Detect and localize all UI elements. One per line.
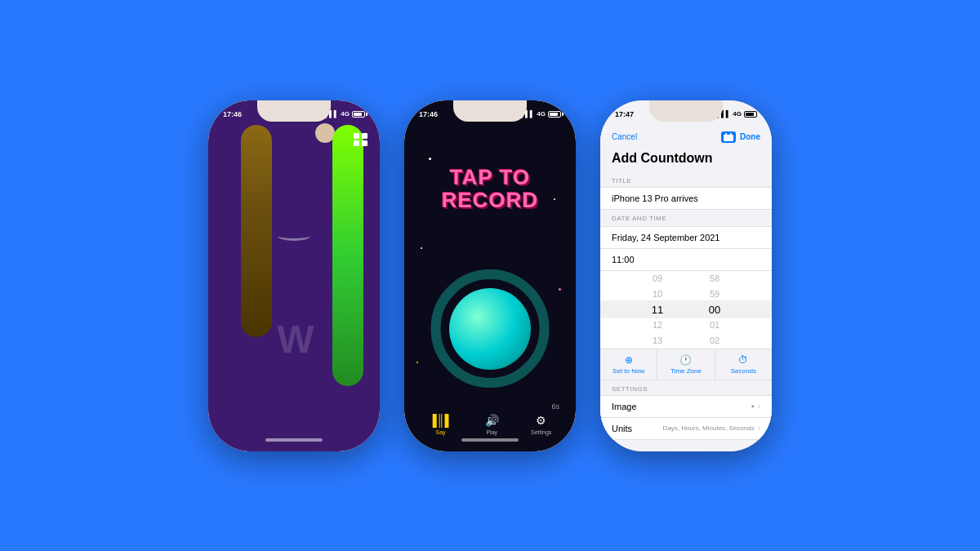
phone2-time: 17:46 bbox=[419, 110, 438, 118]
toolbar-settings[interactable]: ⚙ Settings bbox=[531, 414, 551, 435]
settings-icon: ⚙ bbox=[536, 414, 546, 427]
units-row-right: Days, Hours, Minutes, Seconds › bbox=[663, 424, 760, 433]
phone2-network: 4G bbox=[537, 110, 546, 118]
hour-10[interactable]: 10 bbox=[641, 287, 674, 302]
min-02[interactable]: 02 bbox=[698, 333, 731, 349]
title-section-label: TITLE bbox=[600, 172, 772, 187]
phone1-status-bar: 17:46 ▌▌▌ 4G bbox=[223, 110, 365, 118]
star-5 bbox=[416, 362, 418, 363]
time-zone-icon: 🕐 bbox=[679, 354, 692, 366]
teal-circle[interactable] bbox=[449, 288, 531, 370]
set-to-now-button[interactable]: ⊕ Set to Now bbox=[600, 349, 657, 380]
set-to-now-label: Set to Now bbox=[612, 367, 644, 375]
picker-highlight bbox=[600, 300, 772, 318]
min-58[interactable]: 58 bbox=[698, 271, 731, 287]
title-input[interactable]: iPhone 13 Pro arrives bbox=[600, 187, 772, 210]
say-label: Say bbox=[436, 429, 446, 435]
hour-13[interactable]: 13 bbox=[641, 333, 674, 349]
say-icon: ▐║▌ bbox=[429, 414, 453, 427]
seconds-badge: 6s bbox=[551, 402, 559, 411]
hours-picker-column[interactable]: 08 09 10 11 12 13 14 bbox=[641, 271, 674, 349]
units-chevron: › bbox=[758, 424, 760, 433]
phone-3: 17:47 ▌▌▌ 4G Cancel bbox=[600, 100, 772, 451]
phone3-time: 17:47 bbox=[615, 110, 634, 118]
time-zone-label: Time Zone bbox=[670, 367, 702, 375]
nav-right: Done bbox=[721, 131, 760, 143]
seconds-label: Seconds bbox=[731, 367, 756, 375]
toolbar-play[interactable]: 🔊 Play bbox=[485, 414, 499, 435]
time-zone-button[interactable]: 🕐 Time Zone bbox=[657, 349, 715, 380]
seconds-button[interactable]: ⏱ Seconds bbox=[715, 349, 772, 380]
cancel-button[interactable]: Cancel bbox=[612, 132, 637, 141]
phone3-signal: ▌▌▌ bbox=[716, 110, 730, 118]
bottom-action-buttons: ⊕ Set to Now 🕐 Time Zone ⏱ Seconds bbox=[600, 349, 772, 380]
image-chevron: › bbox=[758, 402, 760, 411]
min-01[interactable]: 01 bbox=[698, 318, 731, 333]
grid-icon[interactable] bbox=[354, 133, 368, 146]
time-field[interactable]: 11:00 bbox=[600, 249, 772, 271]
units-label: Units bbox=[612, 424, 632, 433]
svg-rect-3 bbox=[730, 133, 732, 136]
phone3-network: 4G bbox=[733, 110, 742, 118]
phone1-signal: ▌▌▌ bbox=[324, 110, 338, 118]
min-00-selected[interactable]: 00 bbox=[698, 302, 731, 318]
svg-rect-1 bbox=[724, 135, 733, 137]
phone-1: 17:46 ▌▌▌ 4G W bbox=[208, 100, 380, 451]
toolbar-say[interactable]: ▐║▌ Say bbox=[429, 414, 453, 435]
play-icon: 🔊 bbox=[485, 414, 499, 427]
play-label: Play bbox=[486, 429, 497, 435]
phone2-signal: ▌▌▌ bbox=[520, 110, 534, 118]
phone2-battery-icon bbox=[548, 111, 561, 118]
set-to-now-icon: ⊕ bbox=[625, 354, 633, 366]
date-field[interactable]: Friday, 24 September 2021 bbox=[600, 226, 772, 249]
green-vertical-bar bbox=[332, 125, 363, 386]
datetime-section-label: DATE AND TIME bbox=[600, 210, 772, 224]
phone1-screen: 17:46 ▌▌▌ 4G W bbox=[208, 100, 380, 451]
phone2-toolbar: ▐║▌ Say 🔊 Play ⚙ Settings bbox=[404, 414, 576, 435]
smile-decoration bbox=[278, 231, 310, 241]
time-picker[interactable]: 08 09 10 11 12 13 14 57 58 59 00 01 02 0… bbox=[600, 271, 772, 349]
tap-line2: RECORD bbox=[425, 189, 555, 212]
hour-12[interactable]: 12 bbox=[641, 318, 674, 333]
settings-section-label: SETTINGS bbox=[600, 380, 772, 395]
star-4 bbox=[559, 288, 561, 291]
done-button[interactable]: Done bbox=[740, 132, 760, 141]
phone3-screen: 17:47 ▌▌▌ 4G Cancel bbox=[600, 100, 772, 451]
tap-to-record-text: TAP TO RECORD bbox=[425, 166, 555, 212]
phone-2: 17:46 ▌▌▌ 4G TAP TO RECORD 6s bbox=[404, 100, 576, 451]
units-value: Days, Hours, Minutes, Seconds bbox=[663, 424, 755, 432]
hour-09[interactable]: 09 bbox=[641, 271, 674, 287]
units-row[interactable]: Units Days, Hours, Minutes, Seconds › bbox=[600, 418, 772, 440]
brown-vertical-bar bbox=[241, 125, 272, 337]
phone1-network: 4G bbox=[341, 110, 350, 118]
tap-line1: TAP TO bbox=[425, 166, 555, 189]
image-label: Image bbox=[612, 402, 637, 411]
phone1-time: 17:46 bbox=[223, 110, 242, 118]
w-logo: W bbox=[277, 317, 310, 362]
image-thumbnail: ▪ bbox=[751, 402, 755, 411]
phone2-status-bar: 17:46 ▌▌▌ 4G bbox=[419, 110, 561, 118]
image-row-right: ▪ › bbox=[751, 402, 760, 411]
svg-rect-2 bbox=[725, 133, 727, 136]
nav-bar: Cancel Done bbox=[600, 125, 772, 148]
phone2-home-bar[interactable] bbox=[461, 438, 519, 442]
phone3-battery-icon bbox=[744, 111, 757, 118]
min-59[interactable]: 59 bbox=[698, 287, 731, 302]
phone3-status-bar: 17:47 ▌▌▌ 4G bbox=[615, 110, 757, 118]
settings-label: Settings bbox=[531, 429, 551, 435]
calendar-icon bbox=[721, 131, 736, 143]
minutes-picker-column[interactable]: 57 58 59 00 01 02 03 bbox=[698, 271, 731, 349]
star-1 bbox=[429, 158, 431, 160]
home-bar[interactable] bbox=[265, 438, 323, 442]
hour-11-selected[interactable]: 11 bbox=[641, 302, 674, 318]
seconds-icon: ⏱ bbox=[738, 354, 748, 366]
settings-section: SETTINGS Image ▪ › Units Days, Hours, Mi… bbox=[600, 380, 772, 440]
page-title: Add Countdown bbox=[600, 148, 772, 172]
phone2-screen: 17:46 ▌▌▌ 4G TAP TO RECORD 6s bbox=[404, 100, 576, 451]
image-settings-row[interactable]: Image ▪ › bbox=[600, 395, 772, 418]
star-3 bbox=[421, 247, 422, 249]
countdown-content: Cancel Done Add Countdown TITLE bbox=[600, 125, 772, 451]
phone1-battery-icon bbox=[352, 111, 365, 118]
